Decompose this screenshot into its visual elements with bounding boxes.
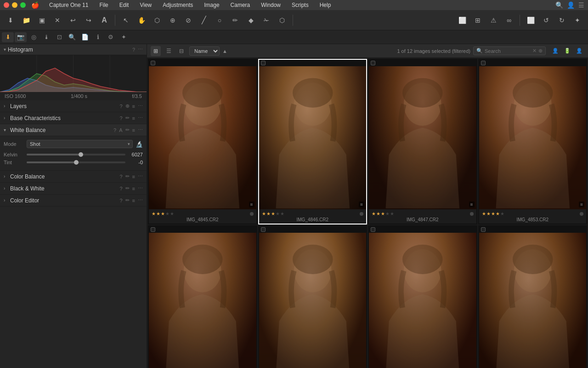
fullscreen-button[interactable]: ⬜ (455, 13, 469, 27)
wb-edit[interactable]: ✏ (125, 127, 130, 133)
bw-list[interactable]: ≡ (132, 186, 135, 191)
menu-window[interactable]: Window (258, 1, 283, 9)
compare-view-btn[interactable]: ⊟ (176, 46, 187, 56)
list-menubar-icon[interactable]: ☰ (578, 1, 584, 9)
user2-btn[interactable]: 👤 (574, 46, 584, 56)
layers-list[interactable]: ≡ (132, 104, 135, 109)
tab-output[interactable]: 📄 (79, 32, 91, 42)
base-characteristics-header[interactable]: › Base Characteristics ? ✏ ≡ ⋯ (0, 112, 147, 124)
sort-asc-icon[interactable]: ▲ (222, 48, 227, 54)
redo-button[interactable]: ↪ (82, 13, 96, 27)
wb-eyedropper[interactable]: 🔬 (136, 141, 143, 148)
ce-edit[interactable]: ✏ (125, 197, 130, 203)
user-icon[interactable]: 👤 (567, 1, 575, 9)
select-checkbox[interactable] (371, 227, 375, 232)
image-cell-0[interactable]: ≡ ★★★★★ IMG_4845.CR2 (148, 59, 257, 224)
black-white-header[interactable]: › Black & White ? ✏ ≡ ⋯ (0, 183, 147, 195)
wb-more[interactable]: ⋯ (138, 127, 143, 133)
tab-info[interactable]: ℹ (92, 32, 104, 42)
menu-camera[interactable]: Camera (228, 1, 253, 9)
layers-add[interactable]: ⊕ (125, 103, 130, 109)
select-checkbox[interactable] (371, 61, 375, 65)
menu-help[interactable]: Help (317, 1, 334, 9)
straighten-tool[interactable]: ⊕ (166, 13, 180, 27)
bw-more[interactable]: ⋯ (138, 185, 143, 191)
base-edit[interactable]: ✏ (125, 115, 130, 121)
menu-adjustments[interactable]: Adjustments (160, 1, 196, 9)
cursor-tool[interactable]: ↖ (119, 13, 133, 27)
image-cell-6[interactable]: ≡ ★★★★★ IMG_4873.CR2 (368, 225, 477, 368)
circle-tool[interactable]: ○ (213, 13, 226, 27)
library-button[interactable]: ▣ (35, 13, 49, 27)
menu-view[interactable]: View (137, 1, 154, 9)
ruler-tool[interactable]: ╱ (197, 13, 211, 27)
select-checkbox[interactable] (261, 61, 266, 65)
tab-color[interactable]: 🌡 (40, 32, 52, 42)
text-button[interactable]: A (97, 13, 111, 27)
histogram-menu[interactable]: ⋯ (138, 46, 143, 52)
search-options[interactable]: ⊕ (538, 48, 543, 54)
image-cell-7[interactable]: ≡ ★★★★★ IMG_4881.CR2 (478, 225, 588, 368)
gradient-tool[interactable]: ✁ (260, 13, 273, 27)
wb-kelvin-thumb[interactable] (79, 152, 83, 157)
warning-button[interactable]: ⚠ (486, 13, 500, 27)
histogram-question[interactable]: ? (132, 47, 135, 52)
tab-capture[interactable]: 📷 (15, 32, 27, 42)
select-checkbox[interactable] (261, 227, 266, 232)
base-more[interactable]: ⋯ (138, 115, 143, 121)
menu-file[interactable]: File (96, 1, 111, 9)
menu-image[interactable]: Image (201, 1, 222, 9)
battery-btn[interactable]: 🔋 (562, 46, 572, 56)
copy-button[interactable]: ⬜ (524, 13, 537, 27)
rotate-left-button[interactable]: ↺ (539, 13, 553, 27)
cb-question[interactable]: ? (119, 174, 122, 179)
folder-button[interactable]: 📁 (19, 13, 33, 27)
histogram-header[interactable]: ▾ Histogram ? ⋯ (0, 44, 147, 55)
select-checkbox[interactable] (481, 227, 486, 232)
tab-settings[interactable]: ⚙ (105, 32, 117, 42)
maximize-button[interactable] (20, 2, 26, 8)
bw-question[interactable]: ? (119, 186, 122, 191)
tab-exposure[interactable]: ⊡ (53, 32, 65, 42)
cb-edit[interactable]: ✏ (125, 173, 130, 179)
image-cell-5[interactable]: ≡ ★★★★★ IMG_4872.CR2 (258, 225, 368, 368)
tab-import[interactable]: ⬇ (2, 32, 14, 42)
grid-view-btn[interactable]: ⊞ (151, 46, 161, 56)
import-button[interactable]: ⬇ (4, 13, 17, 27)
image-cell-2[interactable]: ≡ ★★★★★ IMG_4847.CR2 (368, 59, 477, 224)
wb-tint-slider[interactable] (27, 161, 125, 163)
color-editor-header[interactable]: › Color Editor ? ✏ ≡ ⋯ (0, 195, 147, 207)
menu-app[interactable]: Capture One 11 (46, 1, 91, 9)
export-button[interactable]: ✦ (571, 13, 584, 27)
image-cell-4[interactable]: ≡ ★★★★★ IMG_4863.CR2 (148, 225, 257, 368)
loupe-button[interactable]: ∞ (502, 13, 516, 27)
base-question[interactable]: ? (119, 115, 122, 121)
wb-kelvin-slider[interactable] (27, 154, 125, 155)
select-checkbox[interactable] (151, 61, 155, 65)
apple-menu[interactable]: 🍎 (31, 1, 39, 9)
ce-list[interactable]: ≡ (132, 198, 135, 203)
select-checkbox[interactable] (151, 227, 155, 232)
wb-list[interactable]: ≡ (132, 127, 135, 133)
user-action-btn[interactable]: 👤 (550, 46, 560, 56)
wb-mode-select[interactable]: Shot Auto Daylight Cloudy Shade Tungsten… (27, 140, 133, 148)
layers-more[interactable]: ⋯ (138, 103, 143, 109)
minimize-button[interactable] (12, 2, 17, 8)
image-cell-3[interactable]: ≡ ★★★★★ IMG_4853.CR2 (478, 59, 588, 224)
ce-more[interactable]: ⋯ (138, 197, 143, 203)
tab-metadata[interactable]: 🔍 (66, 32, 78, 42)
heal-tool[interactable]: ⬡ (275, 13, 289, 27)
sort-select[interactable]: Name Date Rating (189, 46, 220, 56)
brush-tool[interactable]: ✏ (228, 13, 242, 27)
delete-button[interactable]: ✕ (51, 13, 64, 27)
select-checkbox[interactable] (481, 61, 486, 65)
undo-button[interactable]: ↩ (66, 13, 80, 27)
color-balance-header[interactable]: › Color Balance ? ✏ ≡ ⋯ (0, 171, 147, 183)
search-input[interactable] (485, 48, 531, 54)
cb-more[interactable]: ⋯ (138, 173, 143, 179)
keystone-tool[interactable]: ⊘ (181, 13, 195, 27)
tab-star[interactable]: ✦ (118, 32, 130, 42)
rotate-right-button[interactable]: ↻ (555, 13, 569, 27)
image-cell-1[interactable]: ≡ ★★★★★ IMG_4846.CR2 (258, 59, 368, 224)
menu-scripts[interactable]: Scripts (289, 1, 311, 9)
